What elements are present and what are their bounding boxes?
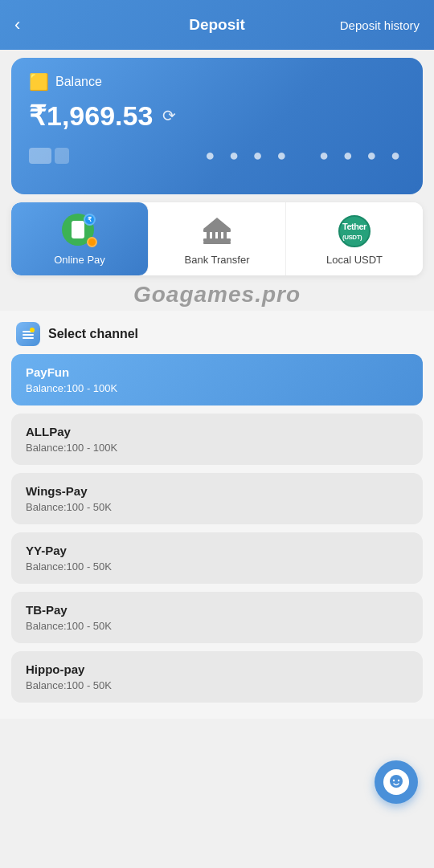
page-title: Deposit bbox=[189, 16, 245, 34]
channel-name: ALLPay bbox=[26, 425, 408, 438]
svg-rect-10 bbox=[23, 337, 34, 339]
channel-name: TB-Pay bbox=[26, 603, 408, 617]
svg-rect-3 bbox=[212, 232, 215, 238]
svg-rect-0 bbox=[203, 229, 231, 232]
channel-item-tbpay[interactable]: TB-Pay Balance:100 - 50K bbox=[11, 592, 423, 643]
chat-button[interactable] bbox=[375, 760, 418, 804]
channel-name: Hippo-pay bbox=[26, 662, 408, 676]
chip-rect1 bbox=[29, 148, 51, 164]
chat-icon bbox=[383, 769, 409, 795]
channel-balance: Balance:100 - 50K bbox=[26, 560, 408, 573]
tab-local-usdt-label: Local USDT bbox=[326, 254, 383, 266]
channel-name: YY-Pay bbox=[26, 544, 408, 557]
tab-online-pay[interactable]: ₹ Online Pay bbox=[11, 202, 149, 275]
svg-point-12 bbox=[390, 775, 403, 788]
balance-label: Balance bbox=[55, 75, 102, 89]
balance-amount-row: ₹1,969.53 ⟳ bbox=[29, 100, 405, 132]
online-pay-icon: ₹ bbox=[62, 214, 97, 249]
tab-local-usdt[interactable]: Tether(USDT) Local USDT bbox=[286, 202, 423, 275]
svg-point-11 bbox=[30, 328, 35, 332]
channel-item-allpay[interactable]: ALLPay Balance:100 - 100K bbox=[11, 414, 423, 465]
chip-rect2 bbox=[55, 148, 69, 164]
svg-rect-4 bbox=[218, 232, 221, 238]
deposit-history-link[interactable]: Deposit history bbox=[340, 18, 420, 32]
payment-method-tabs: ₹ Online Pay Bank Transfer bbox=[11, 202, 423, 275]
card-chip bbox=[29, 148, 69, 164]
channel-name: Wings-Pay bbox=[26, 484, 408, 498]
card-dots: ● ● ● ● ● ● ● ● bbox=[205, 146, 405, 165]
watermark: Goagames.pro bbox=[0, 275, 434, 311]
channel-item-hippopay[interactable]: Hippo-pay Balance:100 - 50K bbox=[11, 651, 423, 703]
channel-list: PayFun Balance:100 - 100K ALLPay Balance… bbox=[0, 354, 434, 719]
svg-rect-5 bbox=[223, 232, 227, 238]
back-button[interactable]: ‹ bbox=[14, 14, 43, 35]
section-header: Select channel bbox=[0, 311, 434, 354]
bank-transfer-icon bbox=[199, 214, 235, 249]
wallet-icon: 🟨 bbox=[29, 72, 49, 92]
channel-item-yypay[interactable]: YY-Pay Balance:100 - 50K bbox=[11, 532, 423, 584]
balance-card: 🟨 Balance ₹1,969.53 ⟳ ● ● ● ● ● ● ● ● bbox=[11, 58, 423, 194]
svg-point-14 bbox=[398, 780, 399, 781]
channel-item-payfun[interactable]: PayFun Balance:100 - 100K bbox=[11, 354, 423, 405]
section-title: Select channel bbox=[48, 327, 138, 341]
channel-balance: Balance:100 - 50K bbox=[26, 620, 408, 632]
channel-name: PayFun bbox=[26, 365, 408, 379]
local-usdt-icon: Tether(USDT) bbox=[337, 214, 372, 249]
channel-balance: Balance:100 - 50K bbox=[26, 501, 408, 513]
channel-item-wingspay[interactable]: Wings-Pay Balance:100 - 50K bbox=[11, 473, 423, 524]
tab-bank-transfer-label: Bank Transfer bbox=[185, 254, 250, 266]
svg-point-13 bbox=[393, 780, 395, 781]
svg-rect-2 bbox=[207, 232, 210, 238]
channel-section-icon bbox=[16, 322, 40, 346]
refresh-icon[interactable]: ⟳ bbox=[162, 106, 176, 125]
svg-marker-6 bbox=[203, 218, 231, 229]
tab-online-pay-label: Online Pay bbox=[54, 254, 105, 266]
header: ‹ Deposit Deposit history bbox=[0, 0, 434, 50]
channel-balance: Balance:100 - 100K bbox=[26, 442, 408, 454]
balance-amount: ₹1,969.53 bbox=[29, 100, 153, 132]
card-bottom: ● ● ● ● ● ● ● ● bbox=[29, 146, 405, 165]
svg-rect-1 bbox=[203, 238, 231, 242]
svg-rect-9 bbox=[23, 334, 34, 336]
channel-balance: Balance:100 - 50K bbox=[26, 679, 408, 691]
svg-rect-7 bbox=[203, 242, 231, 244]
channel-balance: Balance:100 - 100K bbox=[26, 382, 408, 394]
tab-bank-transfer[interactable]: Bank Transfer bbox=[149, 202, 286, 275]
balance-label-row: 🟨 Balance bbox=[29, 72, 405, 92]
